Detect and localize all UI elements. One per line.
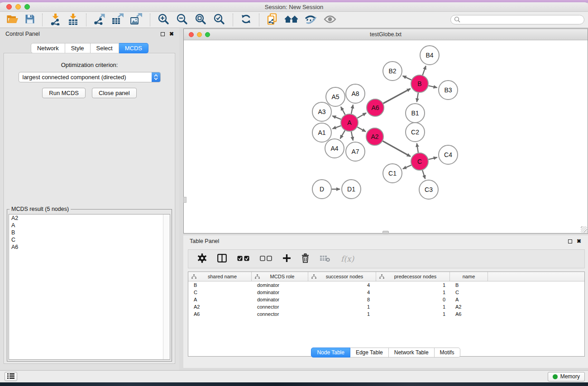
column-header-predecessor-nodes[interactable]: predecessor nodes [376,272,450,281]
table-row[interactable]: Adominator80A [188,296,584,303]
graph-node-A3[interactable]: A3 [312,102,331,121]
task-history-button[interactable] [5,372,17,381]
deselect-all-icon[interactable] [260,256,272,262]
delete-table-icon[interactable] [320,255,330,263]
table-row[interactable]: Cdominator41C [188,289,584,296]
graph-node-A7[interactable]: A7 [346,142,365,161]
column-header-MCDS-role[interactable]: MCDS role [252,272,308,281]
import-table-button[interactable] [64,13,82,27]
table-row[interactable]: Bdominator41B [188,281,584,289]
edge-B-B1[interactable] [417,93,418,102]
edge-A-A8[interactable] [351,105,353,114]
graph-node-A[interactable]: A [341,114,358,131]
close-panel-icon[interactable]: ✖ [169,32,174,36]
save-session-button[interactable] [22,13,38,27]
zoom-out-button[interactable] [173,13,191,27]
tab-select[interactable]: Select [91,43,119,53]
edge-C-C2[interactable] [417,143,418,153]
first-neighbors-button[interactable] [281,13,301,27]
edge-A-A4[interactable] [340,130,345,138]
export-network-button[interactable] [91,13,109,27]
export-table-button[interactable] [109,13,127,27]
tab-network-table[interactable]: Network Table [389,348,435,357]
edge-C-C3[interactable] [422,170,425,179]
close-panel-icon[interactable]: ✖ [577,239,581,243]
edge-C-C4[interactable] [428,157,437,160]
graph-node-A1[interactable]: A1 [312,123,331,142]
edge-A-A6[interactable] [357,113,366,118]
graph-node-A2[interactable]: A2 [366,128,383,145]
function-builder-icon[interactable]: f(x) [341,254,354,263]
delete-column-icon[interactable] [301,253,309,264]
zoom-in-button[interactable] [154,13,173,27]
graph-node-A5[interactable]: A5 [326,87,345,106]
column-header-successor-nodes[interactable]: successor nodes [308,272,376,281]
float-panel-icon[interactable] [568,239,572,243]
panel-grip-left[interactable] [183,197,186,203]
show-all-button[interactable] [320,13,339,27]
select-all-icon[interactable] [237,256,249,262]
edge-A2-C[interactable] [382,141,410,157]
graph-node-B1[interactable]: B1 [406,104,425,123]
tab-edge-table[interactable]: Edge Table [350,348,389,357]
edge-A-A5[interactable] [341,107,345,114]
edge-A-A2[interactable] [357,127,365,132]
graph-node-B3[interactable]: B3 [439,81,458,100]
mcds-result-item[interactable]: C [9,236,170,243]
search-input[interactable] [450,15,584,24]
settings-gear-icon[interactable] [197,253,207,264]
tab-node-table[interactable]: Node Table [311,348,350,357]
columns-icon[interactable] [217,254,227,264]
close-panel-button[interactable]: Close panel [92,88,137,98]
import-network-button[interactable] [47,13,64,27]
graph-node-B4[interactable]: B4 [420,46,439,65]
table-row[interactable]: A2connector11A2 [188,303,584,310]
column-header-shared-name[interactable]: shared name [188,272,252,281]
graph-node-A6[interactable]: A6 [367,99,384,116]
mcds-result-item[interactable]: A6 [9,243,170,251]
duplicate-network-button[interactable] [263,13,281,27]
edge-C-C1[interactable] [403,165,411,169]
run-mcds-button[interactable]: Run MCDS [42,88,86,98]
graph-node-D1[interactable]: D1 [342,180,361,199]
graph-node-B[interactable]: B [411,75,428,92]
graph-node-C[interactable]: C [411,153,428,170]
add-column-icon[interactable] [282,254,291,264]
edge-A-A3[interactable] [332,116,341,119]
mcds-result-item[interactable]: B [9,229,170,236]
edge-A6-B[interactable] [383,89,411,104]
graph-node-A4[interactable]: A4 [325,139,344,158]
window-resize-grip[interactable] [581,226,587,233]
network-canvas[interactable]: B4B2BB3A8A5A6A3B1AC2A1A2A4A7C4CC1C3DD1 [184,40,588,233]
tab-network[interactable]: Network [31,43,65,53]
zoom-selected-button[interactable] [210,13,229,27]
table-row[interactable]: A6connector11A6 [188,310,584,318]
graph-node-B2[interactable]: B2 [383,62,402,81]
graph-node-D[interactable]: D [312,180,331,199]
graph-node-C1[interactable]: C1 [383,164,402,183]
column-header-name[interactable]: name [450,272,488,281]
edge-A-A7[interactable] [351,132,353,141]
export-image-button[interactable] [127,13,146,27]
zoom-fit-button[interactable] [191,13,210,27]
graph-node-C2[interactable]: C2 [406,123,425,142]
tab-mcds[interactable]: MCDS [119,43,148,53]
memory-button[interactable]: Memory [548,372,585,381]
edge-B-B3[interactable] [429,86,437,87]
network-graph[interactable]: B4B2BB3A8A5A6A3B1AC2A1A2A4A7C4CC1C3DD1 [184,40,588,233]
float-panel-icon[interactable] [161,32,165,36]
result-list-scrollbar[interactable] [163,214,170,359]
graph-node-A8[interactable]: A8 [346,84,365,103]
tab-motifs[interactable]: Motifs [435,348,460,357]
graph-node-C3[interactable]: C3 [419,180,438,199]
mcds-result-item[interactable]: A [9,222,170,229]
edge-B-B4[interactable] [423,66,426,76]
edge-B-B2[interactable] [403,76,411,80]
tab-style[interactable]: Style [65,43,91,53]
edge-A-A1[interactable] [333,126,341,129]
mcds-result-list[interactable]: A2ABCA6 [9,214,170,360]
criterion-dropdown[interactable]: largest connected component (directed) [19,72,161,82]
mcds-result-item[interactable]: A2 [9,214,170,222]
panel-grip-bottom[interactable] [382,231,389,234]
graph-node-C4[interactable]: C4 [439,145,458,164]
